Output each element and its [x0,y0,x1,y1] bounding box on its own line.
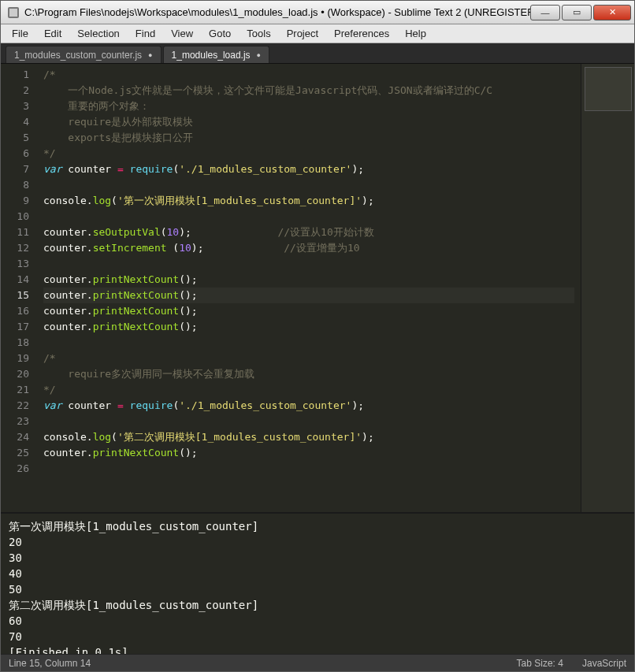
gutter-line[interactable]: 24 [4,429,29,445]
window-buttons: — ▭ ✕ [530,5,631,20]
maximize-button[interactable]: ▭ [562,5,592,20]
gutter-line[interactable]: 19 [4,351,29,366]
code-line[interactable] [43,209,574,225]
output-line: 60 [9,613,626,629]
code-line[interactable]: */ [43,146,574,162]
code-line[interactable] [43,177,574,193]
code-line[interactable]: /* [43,67,574,83]
gutter-line[interactable]: 12 [4,240,29,256]
gutter-line[interactable]: 6 [4,146,29,162]
tab-1_modules_custom_counter-js[interactable]: 1_modules_custom_counter.js● [6,46,162,63]
status-cursor: Line 15, Column 14 [9,658,91,669]
output-line: [Finished in 0.1s] [9,644,626,654]
menu-find[interactable]: Find [128,25,163,42]
code-area[interactable]: /* 一个Node.js文件就是一个模块，这个文件可能是Javascript代码… [37,64,581,512]
svg-rect-1 [9,9,17,17]
code-line[interactable]: console.log('第二次调用模块[1_modules_custom_co… [43,429,574,445]
gutter-line[interactable]: 20 [4,366,29,382]
code-line[interactable]: var counter = require('./1_modules_custo… [43,162,574,177]
gutter-line[interactable]: 5 [4,130,29,146]
minimap-viewport[interactable] [585,67,632,111]
menu-preferences[interactable]: Preferences [326,25,397,42]
code-line[interactable]: console.log('第一次调用模块[1_modules_custom_co… [43,193,574,209]
gutter-line[interactable]: 3 [4,98,29,114]
gutter-line[interactable]: 17 [4,319,29,335]
gutter-line[interactable]: 23 [4,414,29,429]
code-line[interactable]: counter.printNextCount(); [43,319,574,335]
code-line[interactable]: require是从外部获取模块 [43,114,574,130]
window-title: C:\Program Files\nodejs\Workspace\module… [24,6,530,18]
code-line[interactable]: require多次调用同一模块不会重复加载 [43,366,574,382]
gutter-line[interactable]: 21 [4,382,29,398]
gutter-line[interactable]: 9 [4,193,29,209]
code-line[interactable]: counter.seOutputVal(10); //设置从10开始计数 [43,225,574,240]
tab-dirty-icon[interactable]: ● [257,51,261,59]
code-line[interactable]: counter.printNextCount(); [43,445,574,461]
tabbar: 1_modules_custom_counter.js●1_modules_lo… [1,43,634,64]
code-line[interactable]: counter.printNextCount(); [43,288,574,303]
status-language[interactable]: JavaScript [582,658,626,669]
editor[interactable]: 1234567891011121314151617181920212223242… [1,64,634,512]
tab-label: 1_modules_custom_counter.js [14,50,142,61]
code-line[interactable]: var counter = require('./1_modules_custo… [43,398,574,414]
gutter-line[interactable]: 16 [4,303,29,319]
code-line[interactable]: */ [43,382,574,398]
menu-selection[interactable]: Selection [69,25,127,42]
minimize-button[interactable]: — [530,5,560,20]
output-line: 第二次调用模块[1_modules_custom_counter] [9,597,626,613]
menu-tools[interactable]: Tools [239,25,278,42]
gutter-line[interactable]: 7 [4,162,29,177]
code-line[interactable]: /* [43,351,574,366]
menu-goto[interactable]: Goto [201,25,239,42]
output-line: 第一次调用模块[1_modules_custom_counter] [9,518,626,534]
gutter-line[interactable]: 11 [4,225,29,240]
gutter-line[interactable]: 15 [4,288,29,303]
code-line[interactable]: counter.printNextCount(); [43,303,574,319]
code-line[interactable]: counter.setIncrement (10); //设置增量为10 [43,240,574,256]
gutter-line[interactable]: 8 [4,177,29,193]
close-button[interactable]: ✕ [593,5,631,20]
titlebar[interactable]: C:\Program Files\nodejs\Workspace\module… [1,1,634,24]
status-tabsize[interactable]: Tab Size: 4 [517,658,563,669]
gutter-line[interactable]: 14 [4,272,29,288]
gutter: 1234567891011121314151617181920212223242… [1,64,37,512]
code-line[interactable] [43,414,574,429]
output-line: 50 [9,581,626,597]
gutter-line[interactable]: 26 [4,461,29,477]
menubar: FileEditSelectionFindViewGotoToolsProjec… [1,24,634,43]
gutter-line[interactable]: 1 [4,67,29,83]
output-line: 70 [9,629,626,644]
code-line[interactable]: 一个Node.js文件就是一个模块，这个文件可能是Javascript代码、JS… [43,83,574,98]
statusbar: Line 15, Column 14 Tab Size: 4 JavaScrip… [1,654,634,671]
tab-dirty-icon[interactable]: ● [148,51,152,59]
gutter-line[interactable]: 10 [4,209,29,225]
gutter-line[interactable]: 2 [4,83,29,98]
gutter-line[interactable]: 18 [4,335,29,351]
build-output-panel[interactable]: 第一次调用模块[1_modules_custom_counter]2030405… [1,512,634,654]
menu-edit[interactable]: Edit [36,25,69,42]
menu-view[interactable]: View [163,25,201,42]
code-line[interactable]: 重要的两个对象： [43,98,574,114]
tab-label: 1_modules_load.js [172,50,251,61]
output-line: 20 [9,534,626,550]
menu-help[interactable]: Help [397,25,434,42]
app-icon [7,6,20,19]
output-line: 40 [9,566,626,581]
menu-project[interactable]: Project [279,25,326,42]
gutter-line[interactable]: 4 [4,114,29,130]
gutter-line[interactable]: 13 [4,256,29,272]
gutter-line[interactable]: 25 [4,445,29,461]
code-line[interactable]: counter.printNextCount(); [43,272,574,288]
minimap[interactable] [581,64,634,512]
menu-file[interactable]: File [4,25,36,42]
code-line[interactable] [43,256,574,272]
gutter-line[interactable]: 22 [4,398,29,414]
output-line: 30 [9,550,626,566]
code-line[interactable] [43,461,574,477]
code-line[interactable] [43,335,574,351]
tab-1_modules_load-js[interactable]: 1_modules_load.js● [163,46,270,63]
app-window: C:\Program Files\nodejs\Workspace\module… [0,0,635,672]
code-line[interactable]: exports是把模块接口公开 [43,130,574,146]
